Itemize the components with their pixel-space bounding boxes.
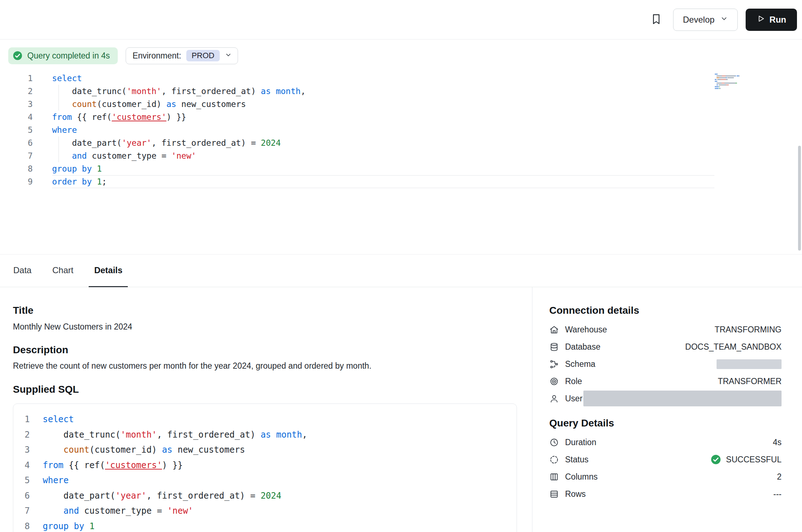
line-number: 2: [13, 427, 30, 443]
code-text: date_trunc('month', first_ordered_at) as…: [52, 85, 714, 98]
connection-details-heading: Connection details: [549, 304, 782, 317]
line-number: 1: [0, 72, 33, 85]
code-line[interactable]: 5where: [0, 123, 802, 136]
bookmark-button[interactable]: [650, 13, 662, 26]
detail-row-warehouse: WarehouseTRANSFORMING: [549, 321, 782, 338]
code-text: count(customer_id) as new_customers: [43, 442, 245, 458]
line-number: 4: [0, 111, 33, 123]
role-value: TRANSFORMER: [718, 377, 782, 386]
chevron-down-icon: [720, 15, 728, 25]
line-number: 6: [0, 136, 33, 149]
user-icon: [549, 394, 559, 403]
status-text: SUCCESSFUL: [726, 455, 782, 465]
code-text: select: [43, 412, 74, 427]
environment-label: Environment:: [132, 51, 181, 61]
line-number: 1: [13, 412, 30, 427]
code-line[interactable]: 8group by 1: [13, 519, 517, 532]
chevron-down-icon: [225, 51, 232, 61]
schema-value-redacted: [717, 359, 782, 369]
description-heading: Description: [13, 344, 517, 356]
code-line[interactable]: 1select: [13, 412, 517, 427]
supplied-sql-block: 1select2 date_trunc('month', first_order…: [13, 403, 517, 532]
bookmark-icon: [650, 13, 662, 26]
develop-button[interactable]: Develop: [673, 9, 738, 31]
environment-selector[interactable]: Environment: PROD: [126, 47, 238, 64]
editor-code-lines: 1select2 date_trunc('month', first_order…: [0, 72, 802, 188]
warehouse-icon: [549, 325, 559, 335]
columns-label: Columns: [565, 472, 598, 482]
code-text: from {{ ref('customers') }}: [43, 458, 183, 473]
query-details-rows: Duration4sStatusSUCCESSFULColumns2Rows--…: [549, 434, 782, 503]
code-line[interactable]: 3 count(customer_id) as new_customers: [0, 98, 802, 111]
scrollbar-thumb[interactable]: [798, 146, 801, 251]
details-panel: Title Monthly New Customers in 2024 Desc…: [13, 287, 517, 532]
line-number: 3: [13, 442, 30, 458]
line-number: 9: [0, 175, 33, 188]
minimap-line: [715, 77, 752, 78]
success-check-icon: [13, 51, 23, 61]
tab-data[interactable]: Data: [8, 255, 37, 287]
database-label: Database: [565, 342, 600, 352]
detail-row-rows: Rows---: [549, 485, 782, 503]
status-label: Status: [565, 455, 588, 465]
code-line[interactable]: 9order by 1;: [0, 175, 802, 188]
run-button[interactable]: Run: [746, 9, 797, 31]
minimap-line: [715, 83, 752, 84]
line-number: 5: [0, 123, 33, 136]
code-text: and customer_type = 'new': [43, 503, 193, 519]
indent-guide: [59, 136, 59, 149]
rows-label: Rows: [565, 489, 586, 499]
code-text: where: [43, 473, 69, 488]
minimap-line: [715, 86, 752, 87]
detail-row-duration: Duration4s: [549, 434, 782, 451]
database-value: DOCS_TEAM_SANDBOX: [685, 342, 782, 352]
code-line[interactable]: 8group by 1: [0, 162, 802, 175]
detail-row-schema: Schema: [549, 355, 782, 373]
supplied-sql-heading: Supplied SQL: [13, 383, 517, 396]
user-label: User: [565, 394, 583, 403]
code-text: group by 1: [52, 162, 714, 175]
code-line[interactable]: 3 count(customer_id) as new_customers: [13, 442, 517, 458]
code-line[interactable]: 5where: [13, 473, 517, 488]
line-number: 3: [0, 98, 33, 111]
line-number: 8: [0, 162, 33, 175]
success-check-icon: [710, 454, 721, 465]
user-value-redacted: [583, 391, 782, 406]
minimap[interactable]: [715, 74, 752, 90]
status-value: SUCCESSFUL: [710, 454, 782, 465]
code-text: order by 1;: [52, 175, 714, 188]
code-line[interactable]: 6 date_part('year', first_ordered_at) = …: [13, 488, 517, 504]
connection-panel: Connection details WarehouseTRANSFORMING…: [532, 287, 802, 532]
toolbar: Develop Run: [0, 0, 802, 39]
minimap-line: [715, 81, 752, 82]
rows-icon: [549, 489, 559, 499]
code-line[interactable]: 2 date_trunc('month', first_ordered_at) …: [0, 85, 802, 98]
indent-guide: [59, 98, 59, 111]
code-text: date_part('year', first_ordered_at) = 20…: [43, 488, 281, 504]
code-line[interactable]: 4from {{ ref('customers') }}: [0, 111, 802, 123]
tab-details[interactable]: Details: [89, 255, 128, 287]
code-text: group by 1: [43, 519, 95, 532]
database-icon: [549, 342, 559, 352]
query-status-badge: Query completed in 4s: [8, 47, 118, 64]
code-text: where: [52, 123, 714, 136]
sql-editor[interactable]: 1select2 date_trunc('month', first_order…: [0, 72, 802, 254]
connection-rows: WarehouseTRANSFORMINGDatabaseDOCS_TEAM_S…: [549, 321, 782, 407]
minimap-line: [715, 88, 752, 89]
detail-row-status: StatusSUCCESSFUL: [549, 451, 782, 468]
code-line[interactable]: 1select: [0, 72, 802, 85]
code-line[interactable]: 2 date_trunc('month', first_ordered_at) …: [13, 427, 517, 443]
detail-row-role: RoleTRANSFORMER: [549, 373, 782, 390]
code-line[interactable]: 7 and customer_type = 'new': [0, 149, 802, 162]
line-number: 7: [13, 503, 30, 519]
role-icon: [549, 377, 559, 386]
detail-row-database: DatabaseDOCS_TEAM_SANDBOX: [549, 338, 782, 355]
code-line[interactable]: 7 and customer_type = 'new': [13, 503, 517, 519]
code-line[interactable]: 6 date_part('year', first_ordered_at) = …: [0, 136, 802, 149]
indent-guide: [59, 85, 59, 98]
code-line[interactable]: 4from {{ ref('customers') }}: [13, 458, 517, 473]
results-tabs: DataChartDetails: [0, 254, 802, 287]
status-row: Query completed in 4s Environment: PROD: [0, 39, 802, 72]
tab-chart[interactable]: Chart: [47, 255, 79, 287]
detail-row-columns: Columns2: [549, 468, 782, 485]
